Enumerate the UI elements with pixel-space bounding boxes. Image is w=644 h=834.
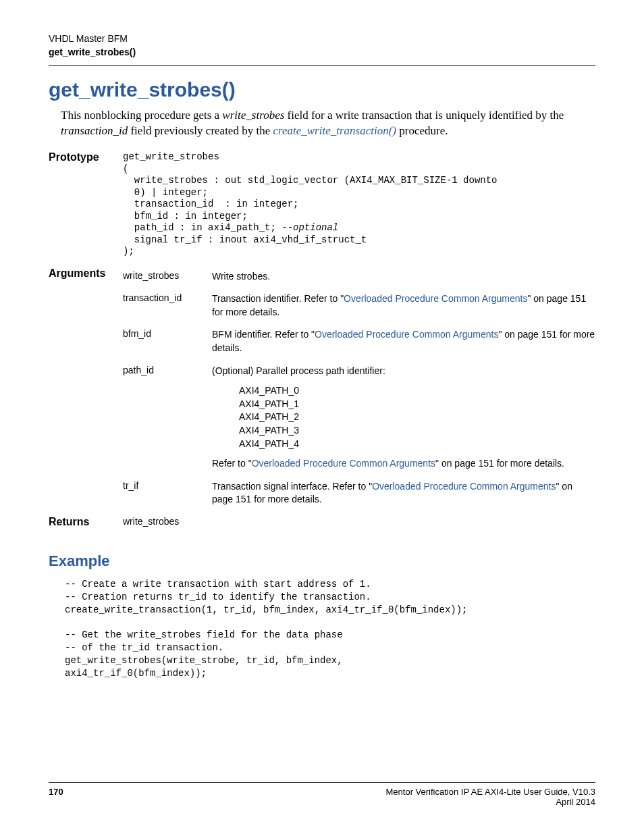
arg-name: bfm_id [123,328,212,339]
intro-link[interactable]: create_write_transaction() [273,124,396,137]
arguments-block: Arguments write_strobes Write strobes. t… [49,267,595,509]
arg-desc: Write strobes. [212,270,595,284]
header-divider [49,66,595,66]
arg-row-tr-if: tr_if Transaction signal interface. Refe… [123,480,595,506]
intro-term-1: write_strobes [222,109,284,122]
arg-desc: BFM identifier. Refer to "Overloaded Pro… [212,328,595,355]
arg-name: tr_if [123,480,212,491]
arg-row-path-id: path_id (Optional) Parallel process path… [123,365,595,471]
intro-text: procedure. [396,124,448,137]
arg-row-transaction-id: transaction_id Transaction identifier. R… [123,292,595,319]
page: VHDL Master BFM get_write_strobes() get_… [0,0,644,834]
arg-row-write-strobes: write_strobes Write strobes. [123,270,595,284]
example-heading: Example [49,552,595,570]
footer-date: April 2014 [386,797,595,807]
returns-block: Returns write_strobes [49,516,595,531]
prototype-code: get_write_strobes ( write_strobes : out … [123,151,498,258]
intro-term-2: transaction_id [61,124,128,137]
arg-link[interactable]: Overloaded Procedure Common Arguments [344,293,527,304]
page-footer: 170 Mentor Verification IP AE AXI4-Lite … [49,782,595,807]
header-topic: get_write_strobes() [49,46,595,59]
returns-value: write_strobes [123,516,212,527]
label-arguments: Arguments [49,267,123,280]
path-id-values: AXI4_PATH_0 AXI4_PATH_1 AXI4_PATH_2 AXI4… [239,384,595,450]
arg-name: transaction_id [123,292,212,303]
arg-link[interactable]: Overloaded Procedure Common Arguments [315,329,498,340]
page-title: get_write_strobes() [49,78,595,101]
prototype-block: Prototype get_write_strobes ( write_stro… [49,151,595,261]
page-number: 170 [49,787,63,807]
arg-row-bfm-id: bfm_id BFM identifier. Refer to "Overloa… [123,328,595,355]
arg-link[interactable]: Overloaded Procedure Common Arguments [252,458,435,469]
arg-name: write_strobes [123,270,212,281]
intro-text: field previously created by the [128,124,273,137]
example-code: -- Create a write transaction with start… [65,578,595,680]
running-header: VHDL Master BFM get_write_strobes() [49,32,595,59]
arg-link[interactable]: Overloaded Procedure Common Arguments [372,481,556,492]
arg-desc: Transaction identifier. Refer to "Overlo… [212,292,595,319]
footer-guide: Mentor Verification IP AE AXI4-Lite User… [386,787,595,797]
arg-name: path_id [123,365,212,375]
footer-divider [49,782,595,783]
intro-paragraph: This nonblocking procedure gets a write_… [61,108,595,139]
header-chapter: VHDL Master BFM [49,32,595,46]
arg-desc: Transaction signal interface. Refer to "… [212,480,595,506]
intro-text: field for a write transaction that is un… [284,109,564,122]
label-prototype: Prototype [49,151,123,163]
arg-desc: (Optional) Parallel process path identif… [212,365,595,471]
intro-text: This nonblocking procedure gets a [61,109,222,122]
label-returns: Returns [49,516,123,528]
